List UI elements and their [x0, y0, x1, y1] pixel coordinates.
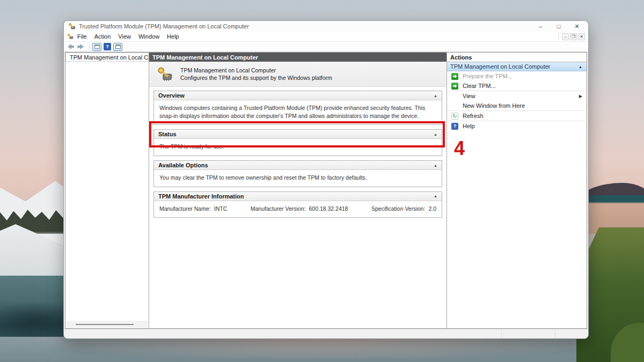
- statusbar-separator: [555, 330, 555, 337]
- annotation-highlight-box: [149, 121, 445, 147]
- refresh-icon: ↻: [451, 113, 458, 120]
- status-bar: [64, 329, 588, 338]
- overview-header[interactable]: Overview ▲: [154, 91, 442, 100]
- menu-view[interactable]: View: [114, 32, 135, 41]
- green-arrow-icon: [451, 73, 458, 80]
- tree-root-label: TPM Management on Local Comp: [70, 54, 149, 61]
- scrollbar-thumb[interactable]: [76, 324, 134, 325]
- tpm-key-icon: [68, 23, 76, 30]
- show-action-pane-icon[interactable]: [113, 43, 122, 51]
- action-clear-tpm[interactable]: Clear TPM...: [447, 81, 587, 91]
- child-minimize-button[interactable]: –: [562, 33, 569, 40]
- available-options-body: You may clear the TPM to remove ownershi…: [154, 170, 442, 187]
- back-icon[interactable]: [67, 43, 75, 50]
- action-help[interactable]: ? Help: [447, 121, 587, 131]
- child-window-controls: – ❐ ✕: [558, 33, 585, 40]
- action-refresh[interactable]: ↻ Refresh: [447, 111, 587, 121]
- child-close-button[interactable]: ✕: [578, 33, 585, 40]
- green-arrow-icon: [451, 83, 458, 90]
- overview-title: Overview: [158, 92, 185, 99]
- collapse-icon[interactable]: ▲: [434, 164, 437, 167]
- banner-title: TPM Management on Local Computer: [180, 67, 332, 74]
- window-title: Trusted Platform Module (TPM) Management…: [79, 23, 249, 29]
- close-button[interactable]: ✕: [568, 21, 586, 32]
- toolbar: ?: [64, 42, 588, 52]
- console-key-icon: [67, 33, 74, 40]
- forward-icon[interactable]: [77, 43, 84, 50]
- help-icon: ?: [451, 123, 458, 130]
- overview-section: Overview ▲ Windows computers containing …: [153, 91, 442, 125]
- action-view[interactable]: View ▶: [447, 91, 587, 101]
- console-tree-pane: TPM Management on Local Comp: [65, 53, 149, 328]
- tpm-management-window: Trusted Platform Module (TPM) Management…: [63, 20, 589, 339]
- collapse-icon[interactable]: ▲: [434, 94, 437, 98]
- show-console-tree-icon[interactable]: [92, 43, 101, 51]
- manufacturer-name-field: Manufacturer Name:INTC: [159, 205, 227, 213]
- tpm-banner-icon: [157, 66, 173, 82]
- actions-pane: Actions TPM Management on Local Computer…: [447, 53, 587, 328]
- specification-version-field: Specification Version:2.0: [371, 205, 436, 213]
- tree-root-item[interactable]: TPM Management on Local Comp: [65, 53, 149, 62]
- minimize-button[interactable]: –: [531, 21, 550, 32]
- actions-header: Actions: [447, 53, 587, 62]
- maximize-button[interactable]: □: [550, 21, 568, 32]
- available-options-title: Available Options: [158, 162, 208, 168]
- statusbar-separator: [501, 330, 502, 337]
- console-body: TPM Management on Local Comp TPM Managem…: [65, 52, 587, 329]
- titlebar[interactable]: Trusted Platform Module (TPM) Management…: [64, 21, 588, 32]
- manufacturer-version-field: Manufacturer Version:600.18.32.2418: [251, 205, 348, 213]
- action-new-window[interactable]: New Window from Here: [447, 101, 587, 110]
- toolbar-help-icon[interactable]: ?: [104, 43, 111, 50]
- wallpaper-water: [0, 337, 644, 362]
- menu-file[interactable]: File: [74, 32, 91, 41]
- collapse-icon[interactable]: ▲: [434, 194, 437, 198]
- child-restore-button[interactable]: ❐: [570, 33, 577, 40]
- available-options-section: Available Options ▲ You may clear the TP…: [153, 160, 442, 187]
- menu-action[interactable]: Action: [91, 32, 115, 41]
- manufacturer-section: TPM Manufacturer Information ▲ Manufactu…: [153, 191, 442, 218]
- action-prepare-tpm[interactable]: Prepare the TPM...: [447, 71, 587, 81]
- snapin-banner: TPM Management on Local Computer Configu…: [149, 62, 447, 87]
- collapse-icon[interactable]: ▲: [579, 65, 582, 69]
- manufacturer-header[interactable]: TPM Manufacturer Information ▲: [154, 192, 442, 201]
- actions-group-title: TPM Management on Local Computer: [450, 63, 550, 70]
- menu-window[interactable]: Window: [135, 32, 163, 41]
- annotation-step-number: 4: [454, 137, 465, 160]
- available-options-header[interactable]: Available Options ▲: [154, 161, 442, 170]
- banner-subtitle: Configures the TPM and its support by th…: [180, 74, 332, 82]
- results-pane: TPM Management on Local Computer TPM Man…: [149, 53, 447, 328]
- menu-bar: File Action View Window Help: [64, 32, 588, 42]
- manufacturer-title: TPM Manufacturer Information: [158, 193, 244, 200]
- results-header: TPM Management on Local Computer: [149, 53, 447, 62]
- menu-help[interactable]: Help: [163, 32, 183, 41]
- toolbar-separator: [89, 43, 90, 50]
- manufacturer-body: Manufacturer Name:INTC Manufacturer Vers…: [154, 201, 442, 218]
- submenu-arrow-icon: ▶: [579, 94, 582, 99]
- tree-horizontal-scrollbar[interactable]: [66, 321, 148, 328]
- actions-group-row[interactable]: TPM Management on Local Computer ▲: [447, 62, 587, 71]
